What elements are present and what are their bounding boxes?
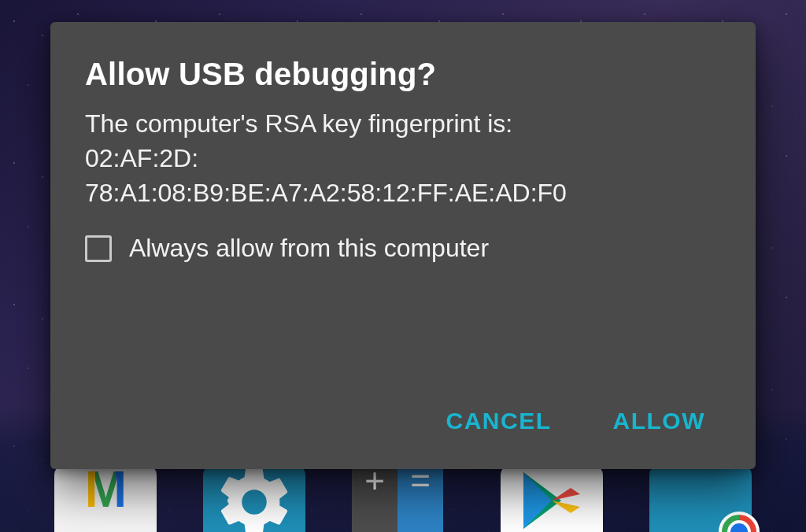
- gear-icon: [212, 460, 297, 532]
- dialog-message: The computer's RSA key fingerprint is:: [85, 106, 721, 141]
- dialog-actions: CANCEL ALLOW: [85, 354, 721, 441]
- dock-play-icon[interactable]: [501, 464, 603, 532]
- dock-calculator-icon[interactable]: + =: [352, 464, 454, 532]
- dialog-fingerprint-line1: 02:AF:2D:: [85, 141, 721, 175]
- usb-debugging-dialog: Allow USB debugging? The computer's RSA …: [50, 22, 756, 469]
- dialog-title: Allow USB debugging?: [85, 57, 721, 92]
- equals-icon: =: [397, 461, 443, 532]
- dialog-fingerprint-line2: 78:A1:08:B9:BE:A7:A2:58:12:FF:AE:AD:F0: [85, 175, 721, 210]
- app-dock: + =: [0, 464, 806, 532]
- play-store-icon: [514, 463, 590, 532]
- dock-app-icon[interactable]: [649, 464, 752, 532]
- always-allow-row[interactable]: Always allow from this computer: [85, 234, 721, 263]
- dock-gmail-icon[interactable]: [54, 464, 157, 532]
- allow-button[interactable]: ALLOW: [605, 401, 713, 441]
- dock-settings-icon[interactable]: [203, 464, 305, 532]
- always-allow-label: Always allow from this computer: [129, 234, 489, 263]
- always-allow-checkbox[interactable]: [85, 235, 112, 262]
- plus-icon: +: [352, 461, 397, 532]
- chrome-icon: [719, 512, 760, 532]
- cancel-button[interactable]: CANCEL: [438, 401, 560, 441]
